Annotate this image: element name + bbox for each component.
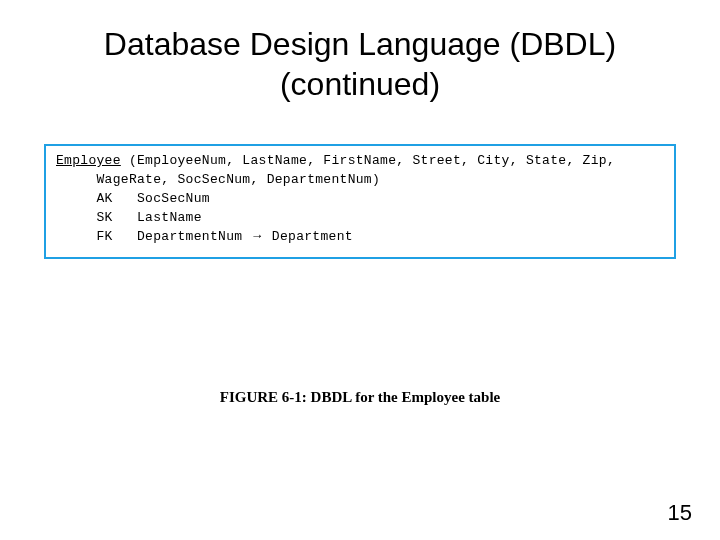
entity-name: Employee — [56, 153, 121, 168]
title-line-1: Database Design Language (DBDL) — [104, 26, 616, 62]
attr-list-line-2: WageRate, SocSecNum, DepartmentNum) — [56, 172, 380, 187]
secondary-key-line: SK LastName — [56, 210, 202, 225]
attr-list-line-1: (EmployeeNum, LastName, FirstName, Stree… — [121, 153, 615, 168]
slide-title: Database Design Language (DBDL) (continu… — [36, 24, 684, 104]
dbdl-code-box: Employee (EmployeeNum, LastName, FirstNa… — [44, 144, 676, 259]
arrow-icon: → — [250, 228, 263, 243]
foreign-key-line: FK DepartmentNum → Department — [56, 229, 353, 244]
title-line-2: (continued) — [280, 66, 440, 102]
fk-target: Department — [264, 229, 353, 244]
fk-prefix: FK DepartmentNum — [56, 229, 250, 244]
page-number: 15 — [668, 500, 692, 526]
alternate-key-line: AK SocSecNum — [56, 191, 210, 206]
figure-caption: FIGURE 6-1: DBDL for the Employee table — [36, 389, 684, 406]
slide: Database Design Language (DBDL) (continu… — [0, 0, 720, 540]
